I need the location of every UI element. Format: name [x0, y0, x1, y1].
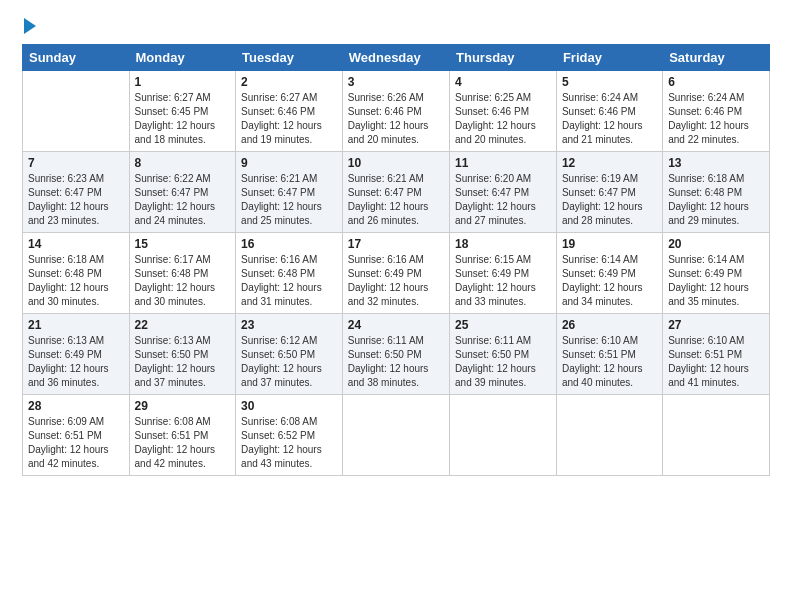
calendar-cell: 1Sunrise: 6:27 AM Sunset: 6:45 PM Daylig… [129, 71, 236, 152]
calendar-week-1: 1Sunrise: 6:27 AM Sunset: 6:45 PM Daylig… [23, 71, 770, 152]
calendar-cell: 15Sunrise: 6:17 AM Sunset: 6:48 PM Dayli… [129, 233, 236, 314]
calendar-cell: 14Sunrise: 6:18 AM Sunset: 6:48 PM Dayli… [23, 233, 130, 314]
day-number: 26 [562, 318, 657, 332]
day-number: 19 [562, 237, 657, 251]
day-info: Sunrise: 6:27 AM Sunset: 6:45 PM Dayligh… [135, 91, 231, 147]
day-number: 9 [241, 156, 337, 170]
day-info: Sunrise: 6:14 AM Sunset: 6:49 PM Dayligh… [668, 253, 764, 309]
day-info: Sunrise: 6:16 AM Sunset: 6:49 PM Dayligh… [348, 253, 444, 309]
calendar-cell: 12Sunrise: 6:19 AM Sunset: 6:47 PM Dayli… [556, 152, 662, 233]
day-info: Sunrise: 6:09 AM Sunset: 6:51 PM Dayligh… [28, 415, 124, 471]
calendar-cell [450, 395, 557, 476]
day-info: Sunrise: 6:23 AM Sunset: 6:47 PM Dayligh… [28, 172, 124, 228]
day-info: Sunrise: 6:11 AM Sunset: 6:50 PM Dayligh… [455, 334, 551, 390]
day-number: 10 [348, 156, 444, 170]
calendar-cell [342, 395, 449, 476]
day-number: 18 [455, 237, 551, 251]
calendar-cell: 27Sunrise: 6:10 AM Sunset: 6:51 PM Dayli… [663, 314, 770, 395]
day-number: 21 [28, 318, 124, 332]
calendar-cell [556, 395, 662, 476]
column-header-wednesday: Wednesday [342, 45, 449, 71]
day-info: Sunrise: 6:26 AM Sunset: 6:46 PM Dayligh… [348, 91, 444, 147]
calendar-cell: 8Sunrise: 6:22 AM Sunset: 6:47 PM Daylig… [129, 152, 236, 233]
day-info: Sunrise: 6:22 AM Sunset: 6:47 PM Dayligh… [135, 172, 231, 228]
calendar-table: SundayMondayTuesdayWednesdayThursdayFrid… [22, 44, 770, 476]
column-header-tuesday: Tuesday [236, 45, 343, 71]
calendar-week-4: 21Sunrise: 6:13 AM Sunset: 6:49 PM Dayli… [23, 314, 770, 395]
calendar-cell: 22Sunrise: 6:13 AM Sunset: 6:50 PM Dayli… [129, 314, 236, 395]
calendar-cell: 5Sunrise: 6:24 AM Sunset: 6:46 PM Daylig… [556, 71, 662, 152]
calendar-cell: 4Sunrise: 6:25 AM Sunset: 6:46 PM Daylig… [450, 71, 557, 152]
day-number: 23 [241, 318, 337, 332]
day-info: Sunrise: 6:10 AM Sunset: 6:51 PM Dayligh… [562, 334, 657, 390]
calendar-cell [23, 71, 130, 152]
day-number: 14 [28, 237, 124, 251]
calendar-cell: 7Sunrise: 6:23 AM Sunset: 6:47 PM Daylig… [23, 152, 130, 233]
day-number: 29 [135, 399, 231, 413]
day-number: 7 [28, 156, 124, 170]
calendar-cell: 13Sunrise: 6:18 AM Sunset: 6:48 PM Dayli… [663, 152, 770, 233]
header [22, 18, 770, 36]
day-info: Sunrise: 6:25 AM Sunset: 6:46 PM Dayligh… [455, 91, 551, 147]
day-info: Sunrise: 6:24 AM Sunset: 6:46 PM Dayligh… [562, 91, 657, 147]
day-info: Sunrise: 6:13 AM Sunset: 6:50 PM Dayligh… [135, 334, 231, 390]
day-info: Sunrise: 6:16 AM Sunset: 6:48 PM Dayligh… [241, 253, 337, 309]
day-number: 3 [348, 75, 444, 89]
day-number: 28 [28, 399, 124, 413]
day-number: 11 [455, 156, 551, 170]
logo-arrow-icon [24, 18, 36, 34]
calendar-cell: 28Sunrise: 6:09 AM Sunset: 6:51 PM Dayli… [23, 395, 130, 476]
day-info: Sunrise: 6:21 AM Sunset: 6:47 PM Dayligh… [348, 172, 444, 228]
day-info: Sunrise: 6:08 AM Sunset: 6:51 PM Dayligh… [135, 415, 231, 471]
day-info: Sunrise: 6:08 AM Sunset: 6:52 PM Dayligh… [241, 415, 337, 471]
calendar-cell: 29Sunrise: 6:08 AM Sunset: 6:51 PM Dayli… [129, 395, 236, 476]
calendar-cell: 26Sunrise: 6:10 AM Sunset: 6:51 PM Dayli… [556, 314, 662, 395]
calendar-cell: 30Sunrise: 6:08 AM Sunset: 6:52 PM Dayli… [236, 395, 343, 476]
calendar-cell [663, 395, 770, 476]
day-info: Sunrise: 6:11 AM Sunset: 6:50 PM Dayligh… [348, 334, 444, 390]
day-info: Sunrise: 6:10 AM Sunset: 6:51 PM Dayligh… [668, 334, 764, 390]
calendar-cell: 16Sunrise: 6:16 AM Sunset: 6:48 PM Dayli… [236, 233, 343, 314]
calendar-cell: 11Sunrise: 6:20 AM Sunset: 6:47 PM Dayli… [450, 152, 557, 233]
calendar-cell: 19Sunrise: 6:14 AM Sunset: 6:49 PM Dayli… [556, 233, 662, 314]
calendar-cell: 23Sunrise: 6:12 AM Sunset: 6:50 PM Dayli… [236, 314, 343, 395]
day-number: 25 [455, 318, 551, 332]
day-number: 2 [241, 75, 337, 89]
day-info: Sunrise: 6:13 AM Sunset: 6:49 PM Dayligh… [28, 334, 124, 390]
day-number: 8 [135, 156, 231, 170]
calendar-cell: 21Sunrise: 6:13 AM Sunset: 6:49 PM Dayli… [23, 314, 130, 395]
day-number: 24 [348, 318, 444, 332]
day-number: 16 [241, 237, 337, 251]
day-number: 6 [668, 75, 764, 89]
day-info: Sunrise: 6:27 AM Sunset: 6:46 PM Dayligh… [241, 91, 337, 147]
day-info: Sunrise: 6:18 AM Sunset: 6:48 PM Dayligh… [668, 172, 764, 228]
day-number: 30 [241, 399, 337, 413]
day-info: Sunrise: 6:24 AM Sunset: 6:46 PM Dayligh… [668, 91, 764, 147]
calendar-cell: 9Sunrise: 6:21 AM Sunset: 6:47 PM Daylig… [236, 152, 343, 233]
column-header-saturday: Saturday [663, 45, 770, 71]
calendar-cell: 24Sunrise: 6:11 AM Sunset: 6:50 PM Dayli… [342, 314, 449, 395]
day-info: Sunrise: 6:21 AM Sunset: 6:47 PM Dayligh… [241, 172, 337, 228]
calendar-week-5: 28Sunrise: 6:09 AM Sunset: 6:51 PM Dayli… [23, 395, 770, 476]
day-info: Sunrise: 6:19 AM Sunset: 6:47 PM Dayligh… [562, 172, 657, 228]
day-info: Sunrise: 6:14 AM Sunset: 6:49 PM Dayligh… [562, 253, 657, 309]
day-number: 4 [455, 75, 551, 89]
column-header-monday: Monday [129, 45, 236, 71]
day-info: Sunrise: 6:20 AM Sunset: 6:47 PM Dayligh… [455, 172, 551, 228]
column-header-friday: Friday [556, 45, 662, 71]
day-number: 5 [562, 75, 657, 89]
day-number: 12 [562, 156, 657, 170]
calendar-cell: 17Sunrise: 6:16 AM Sunset: 6:49 PM Dayli… [342, 233, 449, 314]
day-number: 22 [135, 318, 231, 332]
calendar-cell: 2Sunrise: 6:27 AM Sunset: 6:46 PM Daylig… [236, 71, 343, 152]
calendar-cell: 6Sunrise: 6:24 AM Sunset: 6:46 PM Daylig… [663, 71, 770, 152]
day-number: 20 [668, 237, 764, 251]
calendar-cell: 18Sunrise: 6:15 AM Sunset: 6:49 PM Dayli… [450, 233, 557, 314]
day-info: Sunrise: 6:18 AM Sunset: 6:48 PM Dayligh… [28, 253, 124, 309]
calendar-cell: 3Sunrise: 6:26 AM Sunset: 6:46 PM Daylig… [342, 71, 449, 152]
calendar-cell: 10Sunrise: 6:21 AM Sunset: 6:47 PM Dayli… [342, 152, 449, 233]
day-info: Sunrise: 6:17 AM Sunset: 6:48 PM Dayligh… [135, 253, 231, 309]
day-number: 15 [135, 237, 231, 251]
day-number: 1 [135, 75, 231, 89]
day-info: Sunrise: 6:12 AM Sunset: 6:50 PM Dayligh… [241, 334, 337, 390]
